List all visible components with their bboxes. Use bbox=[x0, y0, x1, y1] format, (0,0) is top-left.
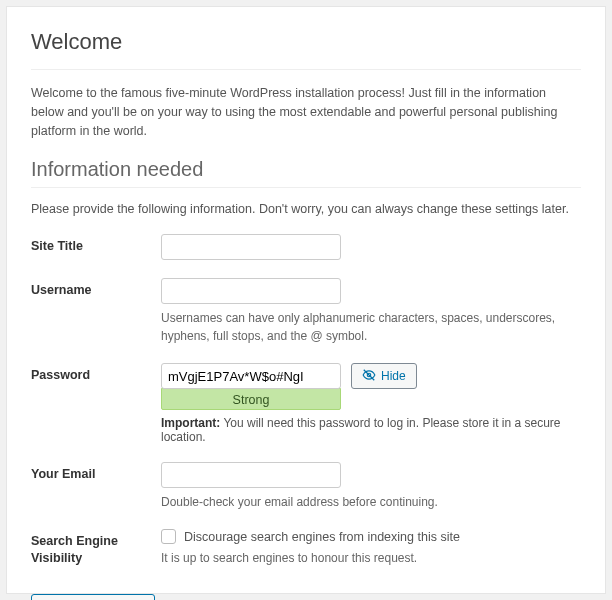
username-label: Username bbox=[31, 278, 161, 298]
password-label: Password bbox=[31, 363, 161, 383]
welcome-heading: Welcome bbox=[31, 29, 581, 55]
search-engine-checkbox-wrap[interactable]: Discourage search engines from indexing … bbox=[161, 529, 581, 544]
info-needed-heading: Information needed bbox=[31, 158, 581, 181]
username-input[interactable] bbox=[161, 278, 341, 304]
row-username: Username Usernames can have only alphanu… bbox=[31, 278, 581, 345]
row-site-title: Site Title bbox=[31, 234, 581, 260]
hide-password-button[interactable]: Hide bbox=[351, 363, 417, 389]
site-title-label: Site Title bbox=[31, 234, 161, 254]
password-strength: Strong bbox=[161, 388, 341, 410]
search-engine-hint: It is up to search engines to honour thi… bbox=[161, 550, 581, 567]
important-text: You will need this password to log in. P… bbox=[161, 416, 561, 444]
important-label: Important: bbox=[161, 416, 220, 430]
hide-button-label: Hide bbox=[381, 369, 406, 383]
row-email: Your Email Double-check your email addre… bbox=[31, 462, 581, 511]
password-input[interactable] bbox=[161, 363, 341, 389]
site-title-input[interactable] bbox=[161, 234, 341, 260]
username-hint: Usernames can have only alphanumeric cha… bbox=[161, 310, 581, 345]
install-wordpress-button[interactable]: Install WordPress bbox=[31, 594, 155, 600]
divider bbox=[31, 69, 581, 70]
eye-slash-icon bbox=[362, 368, 376, 385]
email-input[interactable] bbox=[161, 462, 341, 488]
search-engine-label: Search Engine Visibility bbox=[31, 529, 161, 566]
search-engine-checkbox[interactable] bbox=[161, 529, 176, 544]
password-important: Important: You will need this password t… bbox=[161, 416, 581, 444]
intro-text: Welcome to the famous five-minute WordPr… bbox=[31, 84, 581, 140]
install-panel: Welcome Welcome to the famous five-minut… bbox=[6, 6, 606, 594]
email-hint: Double-check your email address before c… bbox=[161, 494, 581, 511]
instructions-text: Please provide the following information… bbox=[31, 202, 581, 216]
divider bbox=[31, 187, 581, 188]
search-engine-checkbox-label: Discourage search engines from indexing … bbox=[184, 530, 460, 544]
row-search-engine: Search Engine Visibility Discourage sear… bbox=[31, 529, 581, 567]
row-password: Password Hide Strong Important bbox=[31, 363, 581, 444]
email-label: Your Email bbox=[31, 462, 161, 482]
